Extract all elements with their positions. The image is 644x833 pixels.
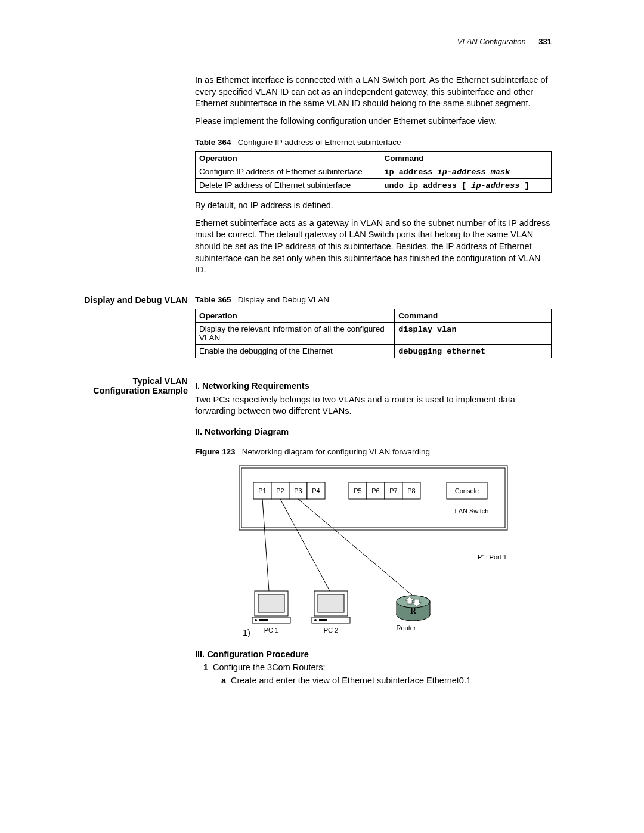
network-diagram: 1) P1 P2 P3 P4 P5 P6 — [195, 461, 552, 640]
body-text: Please implement the following configura… — [195, 116, 552, 128]
svg-line-24 — [298, 499, 412, 595]
subheading: II. Networking Diagram — [195, 427, 552, 436]
table-365: Operation Command Display the relevant i… — [195, 309, 552, 358]
page-number: 331 — [538, 37, 552, 46]
display-debug-block: Display and Debug VLAN Table 365 Display… — [80, 295, 552, 366]
body-text: Two PCs respectively belongs to two VLAN… — [195, 394, 552, 417]
table-row: Delete IP address of Ethernet subinterfa… — [196, 179, 552, 193]
svg-point-34 — [314, 619, 317, 621]
procedure-list: 1 Configure the 3Com Routers: a Create a… — [195, 662, 552, 688]
pc1-icon — [252, 591, 290, 623]
table-row: Enable the debugging of the Ethernet deb… — [196, 344, 552, 358]
svg-text:P5: P5 — [354, 487, 361, 494]
op-cell: Display the relevant information of all … — [196, 322, 395, 344]
margin-heading: Typical VLAN Configuration Example — [80, 376, 195, 395]
svg-text:P2: P2 — [276, 487, 284, 494]
svg-rect-35 — [319, 619, 327, 621]
cmd-cell: ip address ip-address mask — [380, 165, 552, 179]
example-block: Typical VLAN Configuration Example I. Ne… — [80, 376, 552, 690]
table-caption: Table 365 Display and Debug VLAN — [195, 295, 552, 304]
table-header-row: Operation Command — [196, 152, 552, 165]
col-header: Command — [395, 309, 552, 322]
diagram-svg: P1 P2 P3 P4 P5 P6 P7 P8 Console — [233, 461, 513, 640]
table-header-row: Operation Command — [196, 309, 552, 322]
svg-rect-33 — [312, 617, 350, 623]
list-text: Configure the 3Com Routers: — [213, 662, 326, 672]
svg-rect-32 — [318, 594, 344, 612]
svg-text:PC 1: PC 1 — [264, 627, 278, 634]
cmd-cell: display vlan — [395, 322, 552, 344]
op-cell: Enable the debugging of the Ethernet — [196, 344, 395, 358]
body-text: In as Ethernet interface is connected wi… — [195, 75, 552, 110]
op-cell: Configure IP address of Ethernet subinte… — [196, 165, 380, 179]
subheading: III. Configuration Procedure — [195, 649, 552, 659]
margin-heading: Display and Debug VLAN — [80, 295, 195, 305]
col-header: Operation — [196, 152, 380, 165]
svg-point-28 — [255, 619, 257, 621]
svg-text:P4: P4 — [312, 487, 320, 494]
list-item: 1 Configure the 3Com Routers: a Create a… — [195, 662, 552, 688]
page: VLAN Configuration 331 In as Ethernet in… — [0, 0, 644, 714]
svg-rect-26 — [258, 594, 284, 612]
body-text: By default, no IP address is defined. — [195, 200, 552, 212]
svg-text:P7: P7 — [389, 487, 397, 494]
body-text: Ethernet subinterface acts as a gateway … — [195, 218, 552, 276]
svg-line-23 — [280, 499, 330, 591]
list-item: a Create and enter the view of Ethernet … — [213, 676, 552, 685]
enum-marker: 1) — [243, 628, 250, 637]
svg-text:P1: P1 — [258, 487, 266, 494]
intro-block: In as Ethernet interface is connected wi… — [80, 75, 552, 295]
subheading: I. Networking Requirements — [195, 381, 552, 391]
chapter-title: VLAN Configuration — [457, 37, 526, 46]
table-caption: Table 364 Configure IP address of Ethern… — [195, 138, 552, 147]
ports-group-2: P5 P6 P7 P8 — [349, 482, 420, 499]
table-row: Display the relevant information of all … — [196, 322, 552, 344]
svg-point-42 — [397, 596, 430, 608]
ports-group-1: P1 P2 P3 P4 — [253, 482, 325, 499]
table-row: Configure IP address of Ethernet subinte… — [196, 165, 552, 179]
svg-rect-29 — [259, 619, 268, 621]
cmd-cell: undo ip address [ ip-address ] — [380, 179, 552, 193]
svg-text:R: R — [410, 606, 417, 615]
svg-text:Router: Router — [396, 624, 416, 631]
col-header: Command — [380, 152, 552, 165]
figure-caption: Figure 123 Networking diagram for config… — [195, 447, 552, 456]
table-364: Operation Command Configure IP address o… — [195, 151, 552, 193]
svg-rect-27 — [252, 617, 290, 623]
router-icon: R — [397, 596, 430, 621]
svg-text:P3: P3 — [294, 487, 302, 494]
svg-text:PC 2: PC 2 — [324, 627, 338, 634]
cmd-cell: debugging ethernet — [395, 344, 552, 358]
col-header: Operation — [196, 309, 395, 322]
pc2-icon — [312, 591, 350, 623]
svg-text:P1: Port 1: P1: Port 1 — [478, 553, 507, 561]
list-text: Create and enter the view of Ethernet su… — [231, 676, 552, 685]
svg-text:Console: Console — [455, 487, 479, 494]
op-cell: Delete IP address of Ethernet subinterfa… — [196, 179, 380, 193]
svg-text:P8: P8 — [407, 487, 415, 494]
svg-line-22 — [262, 499, 269, 591]
page-header: VLAN Configuration 331 — [80, 37, 552, 46]
svg-text:P6: P6 — [371, 487, 379, 494]
svg-text:LAN Switch: LAN Switch — [455, 507, 489, 515]
